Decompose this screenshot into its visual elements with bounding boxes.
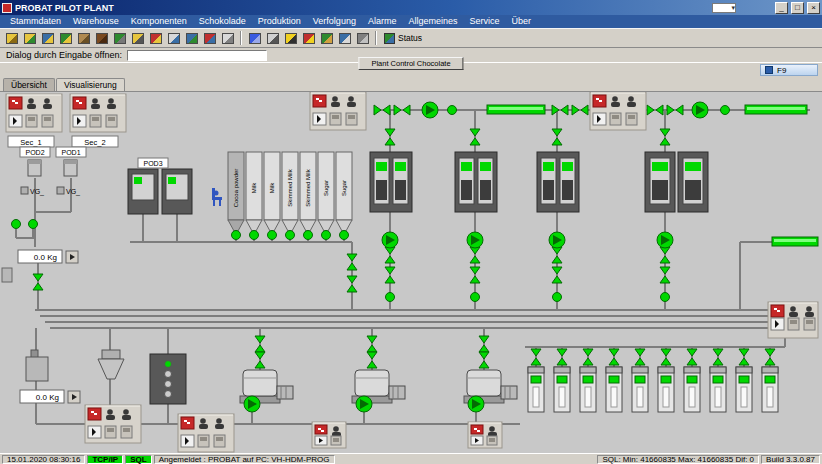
menu-item-schokolade[interactable]: Schokolade xyxy=(193,15,252,28)
pump-icon[interactable] xyxy=(692,102,708,118)
titlebar-combo[interactable]: ▾ xyxy=(712,3,736,13)
process-unit[interactable] xyxy=(678,152,708,212)
panel-option-button[interactable] xyxy=(330,113,341,125)
panel-option-button[interactable] xyxy=(788,318,799,330)
panel-play-button[interactable] xyxy=(771,318,784,330)
warnung-button[interactable] xyxy=(282,30,299,47)
panel-play-button[interactable] xyxy=(315,436,327,445)
menu-item-warehouse[interactable]: Warehouse xyxy=(67,15,125,28)
buffer-tank[interactable] xyxy=(528,367,544,412)
panel-option-button[interactable] xyxy=(214,435,225,447)
panel-play-button[interactable] xyxy=(9,115,22,127)
alarm-button[interactable] xyxy=(300,30,317,47)
buffer-tank[interactable] xyxy=(658,367,674,412)
pump-icon[interactable] xyxy=(244,396,260,412)
panel-option-button[interactable] xyxy=(121,426,132,438)
dialog-open-input[interactable] xyxy=(127,50,267,61)
panel-option-button[interactable] xyxy=(487,436,497,445)
plant-control-chocolate-button[interactable]: Plant Control Chocolate xyxy=(358,57,463,70)
panel-option-button[interactable] xyxy=(610,113,621,125)
pump-icon[interactable] xyxy=(467,232,483,248)
ball-mill[interactable] xyxy=(150,354,186,404)
buffer-tank[interactable] xyxy=(762,367,778,412)
schokolade-button[interactable] xyxy=(93,30,110,47)
storage-silo[interactable]: Milk xyxy=(246,152,262,231)
panel-play-button[interactable] xyxy=(471,436,483,445)
menu-item-alarme[interactable]: Alarme xyxy=(362,15,403,28)
panel-stop-button[interactable] xyxy=(9,97,22,109)
panel-play-button[interactable] xyxy=(181,435,194,447)
buffer-tank[interactable] xyxy=(684,367,700,412)
stammdaten-button[interactable] xyxy=(3,30,20,47)
verfolgung-button[interactable] xyxy=(183,30,200,47)
pod3-unit[interactable] xyxy=(128,169,158,214)
panel-play-button[interactable] xyxy=(73,115,86,127)
panel-stop-button[interactable] xyxy=(73,97,86,109)
process-box[interactable] xyxy=(26,350,48,381)
minimize-button[interactable]: _ xyxy=(775,2,788,14)
speichern-button[interactable] xyxy=(246,30,263,47)
buffer-tank[interactable] xyxy=(710,367,726,412)
panel-stop-button[interactable] xyxy=(471,425,483,434)
panel-option-button[interactable] xyxy=(90,115,101,127)
mixer-button[interactable] xyxy=(111,30,128,47)
storage-silo[interactable]: Milk xyxy=(264,152,280,231)
panel-option-button[interactable] xyxy=(626,113,637,125)
pump-icon[interactable] xyxy=(422,102,438,118)
panel-option-button[interactable] xyxy=(42,115,53,127)
buffer-tank[interactable] xyxy=(606,367,622,412)
buffer-tank[interactable] xyxy=(554,367,570,412)
komponenten-button[interactable] xyxy=(57,30,74,47)
storage-silo[interactable]: Skimmed Milk xyxy=(300,152,316,231)
bericht-button[interactable] xyxy=(336,30,353,47)
produktion-button[interactable] xyxy=(147,30,164,47)
buffer-tank[interactable] xyxy=(736,367,752,412)
menu-item-stammdaten[interactable]: Stammdaten xyxy=(4,15,67,28)
panel-option-button[interactable] xyxy=(198,435,209,447)
panel-option-button[interactable] xyxy=(804,318,815,330)
buffer-tank[interactable] xyxy=(632,367,648,412)
panel-play-button[interactable] xyxy=(313,113,326,125)
pump-icon[interactable] xyxy=(549,232,565,248)
hopper[interactable] xyxy=(98,350,124,379)
warehouse-button[interactable] xyxy=(21,30,38,47)
process-unit[interactable] xyxy=(455,152,497,212)
close-button[interactable]: × xyxy=(807,2,820,14)
benutzer-button[interactable] xyxy=(318,30,335,47)
panel-option-button[interactable] xyxy=(26,115,37,127)
drucken-button[interactable] xyxy=(264,30,281,47)
panel-stop-button[interactable] xyxy=(315,425,327,434)
tabelle-button[interactable] xyxy=(219,30,236,47)
panel-play-button[interactable] xyxy=(88,426,101,438)
f9-button[interactable]: F9 xyxy=(760,64,818,76)
maximize-button[interactable]: □ xyxy=(791,2,804,14)
storage-silo[interactable]: Skimmed Milk xyxy=(282,152,298,231)
menu-item-service[interactable]: Service xyxy=(463,15,505,28)
silo-button[interactable] xyxy=(75,30,92,47)
pump-icon[interactable] xyxy=(356,396,372,412)
menu-item-allgemeines[interactable]: Allgemeines xyxy=(402,15,463,28)
status-toolbar-group[interactable]: Status xyxy=(384,33,422,44)
menu-item-ber[interactable]: Über xyxy=(505,15,537,28)
panel-option-button[interactable] xyxy=(105,426,116,438)
einstellungen-button[interactable] xyxy=(354,30,371,47)
rezept-button[interactable] xyxy=(165,30,182,47)
scale-button[interactable] xyxy=(68,391,80,403)
pod3-unit[interactable] xyxy=(162,169,192,214)
panel-option-button[interactable] xyxy=(346,113,357,125)
panel-stop-button[interactable] xyxy=(313,95,326,107)
panel-stop-button[interactable] xyxy=(593,95,606,107)
buffer-tank[interactable] xyxy=(580,367,596,412)
storage-silo[interactable]: Sugar xyxy=(336,152,352,231)
panel-stop-button[interactable] xyxy=(88,408,101,420)
panel-play-button[interactable] xyxy=(593,113,606,125)
tab-uebersicht[interactable]: Übersicht xyxy=(3,78,55,91)
process-unit[interactable] xyxy=(370,152,412,212)
menu-item-produktion[interactable]: Produktion xyxy=(252,15,307,28)
personal-button[interactable] xyxy=(39,30,56,47)
storage-silo[interactable]: Cocoa powder xyxy=(228,152,244,231)
menu-item-verfolgung[interactable]: Verfolgung xyxy=(307,15,362,28)
process-unit[interactable] xyxy=(645,152,675,212)
process-unit[interactable] xyxy=(537,152,579,212)
chart-button[interactable] xyxy=(201,30,218,47)
